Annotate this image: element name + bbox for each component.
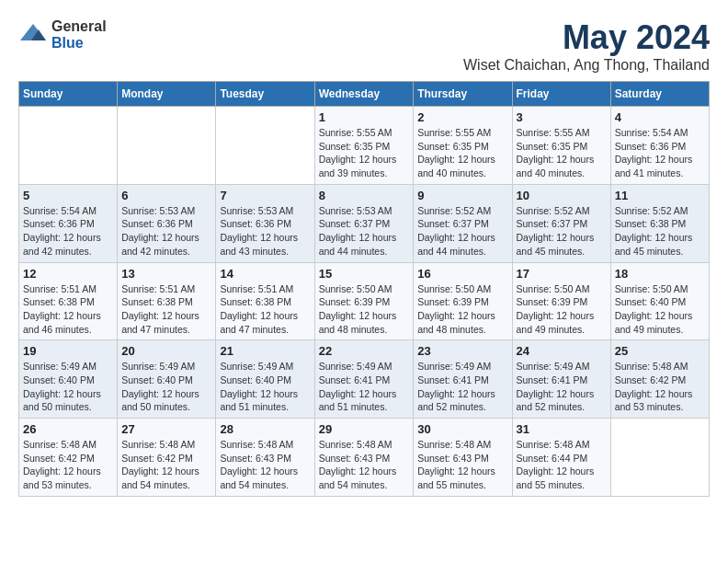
day-number: 4: [615, 110, 705, 124]
day-info: Sunrise: 5:53 AM Sunset: 6:36 PM Dayligh…: [220, 204, 310, 259]
day-info: Sunrise: 5:54 AM Sunset: 6:36 PM Dayligh…: [615, 126, 705, 180]
calendar-cell: 6Sunrise: 5:53 AM Sunset: 6:36 PM Daylig…: [118, 184, 216, 262]
day-info: Sunrise: 5:49 AM Sunset: 6:40 PM Dayligh…: [220, 360, 310, 414]
day-number: 24: [517, 344, 607, 358]
day-number: 5: [23, 189, 113, 202]
day-number: 31: [517, 422, 607, 436]
day-number: 16: [417, 267, 507, 281]
calendar-cell: 30Sunrise: 5:48 AM Sunset: 6:43 PM Dayli…: [414, 419, 512, 497]
day-number: 20: [121, 344, 211, 358]
calendar-cell: 8Sunrise: 5:53 AM Sunset: 6:37 PM Daylig…: [314, 184, 414, 262]
day-number: 7: [220, 189, 310, 202]
day-info: Sunrise: 5:49 AM Sunset: 6:41 PM Dayligh…: [417, 360, 507, 414]
calendar-cell: 13Sunrise: 5:51 AM Sunset: 6:38 PM Dayli…: [118, 262, 216, 340]
day-info: Sunrise: 5:50 AM Sunset: 6:40 PM Dayligh…: [615, 282, 705, 337]
day-info: Sunrise: 5:55 AM Sunset: 6:35 PM Dayligh…: [417, 126, 507, 180]
day-info: Sunrise: 5:48 AM Sunset: 6:43 PM Dayligh…: [220, 438, 310, 492]
day-info: Sunrise: 5:54 AM Sunset: 6:36 PM Dayligh…: [23, 204, 113, 259]
location-subtitle: Wiset Chaichan, Ang Thong, Thailand: [463, 57, 710, 74]
day-info: Sunrise: 5:48 AM Sunset: 6:43 PM Dayligh…: [417, 438, 507, 492]
calendar-cell: 28Sunrise: 5:48 AM Sunset: 6:43 PM Dayli…: [216, 419, 314, 497]
calendar-cell: 25Sunrise: 5:48 AM Sunset: 6:42 PM Dayli…: [610, 340, 709, 419]
main-title: May 2024: [463, 18, 710, 57]
day-number: 30: [417, 422, 507, 436]
day-number: 9: [417, 189, 507, 202]
weekday-header-thursday: Thursday: [414, 82, 512, 107]
logo-blue: Blue: [51, 35, 107, 52]
day-number: 10: [517, 189, 607, 202]
day-info: Sunrise: 5:52 AM Sunset: 6:37 PM Dayligh…: [517, 204, 607, 259]
weekday-header-tuesday: Tuesday: [216, 82, 314, 107]
day-number: 1: [319, 110, 410, 124]
calendar-week-row: 5Sunrise: 5:54 AM Sunset: 6:36 PM Daylig…: [19, 184, 710, 262]
day-info: Sunrise: 5:52 AM Sunset: 6:37 PM Dayligh…: [417, 204, 507, 259]
day-info: Sunrise: 5:48 AM Sunset: 6:44 PM Dayligh…: [517, 438, 607, 492]
day-number: 2: [417, 110, 507, 124]
day-info: Sunrise: 5:51 AM Sunset: 6:38 PM Dayligh…: [23, 282, 113, 337]
calendar-week-row: 1Sunrise: 5:55 AM Sunset: 6:35 PM Daylig…: [19, 107, 710, 185]
day-number: 27: [121, 422, 211, 436]
calendar-cell: 2Sunrise: 5:55 AM Sunset: 6:35 PM Daylig…: [414, 107, 512, 185]
day-info: Sunrise: 5:49 AM Sunset: 6:41 PM Dayligh…: [319, 360, 410, 414]
title-block: May 2024 Wiset Chaichan, Ang Thong, Thai…: [463, 18, 710, 74]
day-number: 23: [417, 344, 507, 358]
day-number: 13: [121, 267, 211, 281]
day-number: 29: [319, 422, 410, 436]
day-number: 26: [23, 422, 113, 436]
day-info: Sunrise: 5:55 AM Sunset: 6:35 PM Dayligh…: [517, 126, 607, 180]
calendar-cell: 21Sunrise: 5:49 AM Sunset: 6:40 PM Dayli…: [216, 340, 314, 419]
day-number: 3: [517, 110, 607, 124]
day-info: Sunrise: 5:49 AM Sunset: 6:40 PM Dayligh…: [23, 360, 113, 414]
day-info: Sunrise: 5:48 AM Sunset: 6:42 PM Dayligh…: [615, 360, 705, 414]
logo-text: General Blue: [51, 18, 107, 51]
day-number: 11: [615, 189, 705, 202]
calendar-week-row: 19Sunrise: 5:49 AM Sunset: 6:40 PM Dayli…: [19, 340, 710, 419]
weekday-header-sunday: Sunday: [19, 82, 118, 107]
day-info: Sunrise: 5:52 AM Sunset: 6:38 PM Dayligh…: [615, 204, 705, 259]
calendar-cell: 1Sunrise: 5:55 AM Sunset: 6:35 PM Daylig…: [314, 107, 414, 185]
calendar-cell: 22Sunrise: 5:49 AM Sunset: 6:41 PM Dayli…: [314, 340, 414, 419]
day-number: 28: [220, 422, 310, 436]
weekday-header-friday: Friday: [512, 82, 610, 107]
calendar-header-row: SundayMondayTuesdayWednesdayThursdayFrid…: [19, 82, 710, 107]
calendar-cell: 20Sunrise: 5:49 AM Sunset: 6:40 PM Dayli…: [118, 340, 216, 419]
day-info: Sunrise: 5:49 AM Sunset: 6:40 PM Dayligh…: [121, 360, 211, 414]
calendar-cell: [118, 107, 216, 185]
calendar-cell: 27Sunrise: 5:48 AM Sunset: 6:42 PM Dayli…: [118, 419, 216, 497]
calendar-cell: 9Sunrise: 5:52 AM Sunset: 6:37 PM Daylig…: [414, 184, 512, 262]
day-number: 17: [517, 267, 607, 281]
day-info: Sunrise: 5:51 AM Sunset: 6:38 PM Dayligh…: [121, 282, 211, 337]
calendar-cell: 17Sunrise: 5:50 AM Sunset: 6:39 PM Dayli…: [512, 262, 610, 340]
calendar-cell: [610, 419, 709, 497]
calendar-table: SundayMondayTuesdayWednesdayThursdayFrid…: [18, 81, 710, 497]
day-number: 6: [121, 189, 211, 202]
calendar-cell: 16Sunrise: 5:50 AM Sunset: 6:39 PM Dayli…: [414, 262, 512, 340]
calendar-cell: 12Sunrise: 5:51 AM Sunset: 6:38 PM Dayli…: [19, 262, 118, 340]
calendar-cell: 15Sunrise: 5:50 AM Sunset: 6:39 PM Dayli…: [314, 262, 414, 340]
day-info: Sunrise: 5:53 AM Sunset: 6:36 PM Dayligh…: [121, 204, 211, 259]
calendar-cell: 7Sunrise: 5:53 AM Sunset: 6:36 PM Daylig…: [216, 184, 314, 262]
calendar-week-row: 12Sunrise: 5:51 AM Sunset: 6:38 PM Dayli…: [19, 262, 710, 340]
calendar-cell: [19, 107, 118, 185]
day-number: 12: [23, 267, 113, 281]
calendar-cell: 18Sunrise: 5:50 AM Sunset: 6:40 PM Dayli…: [610, 262, 709, 340]
day-info: Sunrise: 5:53 AM Sunset: 6:37 PM Dayligh…: [319, 204, 410, 259]
logo: General Blue: [18, 18, 107, 51]
day-number: 15: [319, 267, 410, 281]
calendar-week-row: 26Sunrise: 5:48 AM Sunset: 6:42 PM Dayli…: [19, 419, 710, 497]
weekday-header-monday: Monday: [118, 82, 216, 107]
logo-icon: [18, 22, 48, 48]
calendar-cell: 26Sunrise: 5:48 AM Sunset: 6:42 PM Dayli…: [19, 419, 118, 497]
calendar-cell: 11Sunrise: 5:52 AM Sunset: 6:38 PM Dayli…: [610, 184, 709, 262]
weekday-header-saturday: Saturday: [610, 82, 709, 107]
calendar-cell: 3Sunrise: 5:55 AM Sunset: 6:35 PM Daylig…: [512, 107, 610, 185]
day-number: 19: [23, 344, 113, 358]
day-info: Sunrise: 5:49 AM Sunset: 6:41 PM Dayligh…: [517, 360, 607, 414]
day-info: Sunrise: 5:50 AM Sunset: 6:39 PM Dayligh…: [319, 282, 410, 337]
calendar-cell: 14Sunrise: 5:51 AM Sunset: 6:38 PM Dayli…: [216, 262, 314, 340]
day-info: Sunrise: 5:55 AM Sunset: 6:35 PM Dayligh…: [319, 126, 410, 180]
day-number: 25: [615, 344, 705, 358]
calendar-cell: 10Sunrise: 5:52 AM Sunset: 6:37 PM Dayli…: [512, 184, 610, 262]
calendar-cell: 4Sunrise: 5:54 AM Sunset: 6:36 PM Daylig…: [610, 107, 709, 185]
day-info: Sunrise: 5:50 AM Sunset: 6:39 PM Dayligh…: [517, 282, 607, 337]
